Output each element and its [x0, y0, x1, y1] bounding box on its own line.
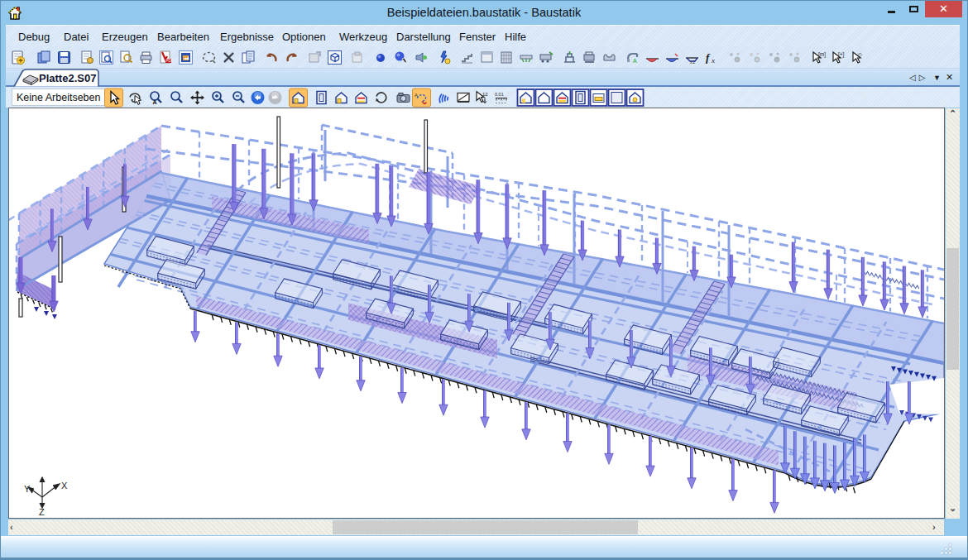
svg-text:x: x [711, 56, 715, 65]
svg-text:0.01: 0.01 [495, 92, 504, 97]
svg-text:12: 12 [482, 92, 488, 97]
svg-text:A: A [633, 58, 637, 64]
svg-text:Z: Z [39, 507, 45, 517]
svg-text:Y: Y [24, 484, 31, 494]
svg-text:f: f [706, 51, 711, 64]
svg-text:PDF: PDF [166, 59, 174, 63]
svg-text:◇: ◇ [858, 51, 862, 57]
svg-text:z2: z2 [690, 60, 696, 65]
svg-text:A: A [415, 93, 418, 98]
svg-text:A: A [153, 99, 157, 105]
svg-text:X: X [61, 481, 68, 491]
svg-text:[+]: [+] [838, 51, 845, 58]
svg-text:[m]: [m] [818, 51, 826, 58]
